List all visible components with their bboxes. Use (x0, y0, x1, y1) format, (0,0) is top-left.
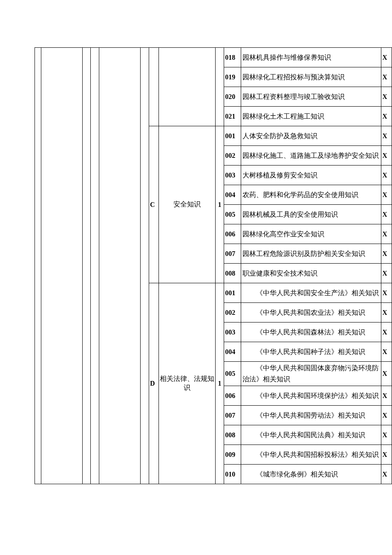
item-mark: X (381, 342, 392, 362)
item-mark: X (381, 185, 392, 205)
section-title: 相关法律、法规知识 (159, 283, 215, 484)
item-mark: X (381, 386, 392, 406)
section-title: 安全知识 (159, 126, 215, 283)
item-code: 004 (224, 342, 241, 362)
item-topic: 大树移植及修剪安全知识 (241, 166, 381, 185)
item-topic: 农药、肥料和化学药品的安全使用知识 (241, 185, 381, 205)
item-mark: X (381, 107, 392, 126)
item-topic: 园林绿化土木工程施工知识 (241, 107, 381, 126)
item-code: 019 (224, 67, 241, 87)
item-mark: X (381, 323, 392, 342)
item-mark: X (381, 303, 392, 323)
item-code: 001 (224, 126, 241, 146)
item-mark: X (381, 87, 392, 107)
item-topic: 园林绿化施工、道路施工及绿地养护安全知识 (241, 146, 381, 166)
item-topic: 园林机具操作与维修保养知识 (241, 48, 381, 67)
leading-col-b (41, 48, 82, 484)
section-letter: D (149, 283, 159, 484)
item-topic: 人体安全防护及急救知识 (241, 126, 381, 146)
item-mark: X (381, 362, 392, 386)
item-code: 006 (224, 224, 241, 244)
leading-col-e (99, 48, 141, 484)
item-mark: X (381, 48, 392, 67)
section-weight (215, 48, 224, 126)
item-topic: 园林工程危险源识别及防护相关安全知识 (241, 244, 381, 264)
item-topic: 《中华人民共和国固体废弃物污染环境防治法》相关知识 (241, 362, 381, 386)
item-topic: 园林绿化高空作业安全知识 (241, 224, 381, 244)
page-container: 018园林机具操作与维修保养知识X019园林绿化工程招投标与预决算知识X020园… (0, 0, 392, 555)
item-code: 005 (224, 362, 241, 386)
item-mark: X (381, 126, 392, 146)
item-topic: 《中华人民共和国农业法》相关知识 (241, 303, 381, 323)
item-topic: 《中华人民共和国民法典》相关知识 (241, 425, 381, 445)
item-code: 007 (224, 244, 241, 264)
item-topic: 《中华人民共和国招标投标法》相关知识 (241, 445, 381, 465)
item-mark: X (381, 283, 392, 303)
main-table: 018园林机具操作与维修保养知识X019园林绿化工程招投标与预决算知识X020园… (35, 47, 392, 484)
item-mark: X (381, 166, 392, 185)
item-topic: 职业健康和安全技术知识 (241, 264, 381, 283)
table-body: 018园林机具操作与维修保养知识X019园林绿化工程招投标与预决算知识X020园… (35, 48, 392, 484)
leading-col-c (82, 48, 91, 484)
item-mark: X (381, 406, 392, 425)
section-title (159, 48, 215, 126)
item-mark: X (381, 465, 392, 484)
table-row: 018园林机具操作与维修保养知识X (35, 48, 392, 67)
leading-col-d (91, 48, 99, 484)
item-topic: 《城市绿化条例》相关知识 (241, 465, 381, 484)
item-code: 008 (224, 425, 241, 445)
item-code: 007 (224, 406, 241, 425)
leading-col-a (35, 48, 41, 484)
section-letter: C (149, 126, 159, 283)
item-topic: 园林绿化工程招投标与预决算知识 (241, 67, 381, 87)
item-code: 003 (224, 166, 241, 185)
item-mark: X (381, 146, 392, 166)
item-mark: X (381, 224, 392, 244)
item-topic: 《中华人民共和国劳动法》相关知识 (241, 406, 381, 425)
item-mark: X (381, 205, 392, 224)
item-mark: X (381, 244, 392, 264)
item-code: 021 (224, 107, 241, 126)
item-code: 002 (224, 146, 241, 166)
section-weight: 1 (215, 283, 224, 484)
item-code: 002 (224, 303, 241, 323)
item-code: 020 (224, 87, 241, 107)
item-topic: 园林工程资料整理与竣工验收知识 (241, 87, 381, 107)
item-topic: 《中华人民共和国环境保护法》相关知识 (241, 386, 381, 406)
item-topic: 《中华人民共和国安全生产法》相关知识 (241, 283, 381, 303)
section-letter (149, 48, 159, 126)
item-mark: X (381, 445, 392, 465)
item-code: 004 (224, 185, 241, 205)
item-code: 009 (224, 445, 241, 465)
item-code: 018 (224, 48, 241, 67)
item-code: 001 (224, 283, 241, 303)
item-code: 008 (224, 264, 241, 283)
item-code: 005 (224, 205, 241, 224)
item-mark: X (381, 425, 392, 445)
section-weight: 1 (215, 126, 224, 283)
item-code: 010 (224, 465, 241, 484)
item-code: 006 (224, 386, 241, 406)
item-mark: X (381, 67, 392, 87)
item-topic: 园林机械及工具的安全使用知识 (241, 205, 381, 224)
item-mark: X (381, 264, 392, 283)
item-code: 003 (224, 323, 241, 342)
item-topic: 《中华人民共和国森林法》相关知识 (241, 323, 381, 342)
item-topic: 《中华人民共和国种子法》相关知识 (241, 342, 381, 362)
leading-col-f (141, 48, 149, 484)
